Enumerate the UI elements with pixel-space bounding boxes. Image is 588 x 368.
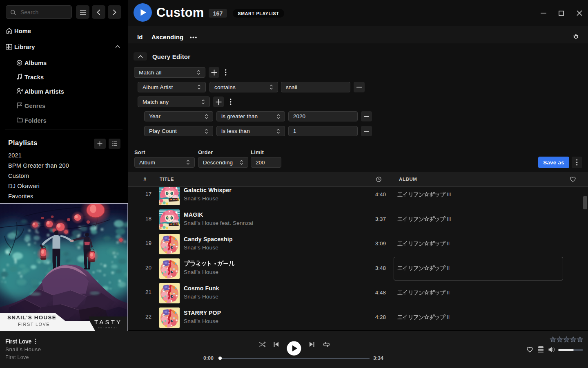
svg-text:FIRST LOVE: FIRST LOVE [18, 322, 50, 327]
svg-text:II: II [447, 241, 450, 247]
svg-text:II: II [447, 290, 450, 296]
svg-text:SNAIL’S HOUSE: SNAIL’S HOUSE [7, 314, 56, 321]
svg-text:II: II [447, 265, 450, 271]
svg-text:II: II [447, 314, 450, 320]
svg-text:III: III [447, 216, 451, 222]
svg-text:TASTY: TASTY [94, 319, 122, 325]
svg-text:BETAMAXI: BETAMAXI [98, 326, 118, 329]
svg-text:III: III [447, 192, 451, 197]
